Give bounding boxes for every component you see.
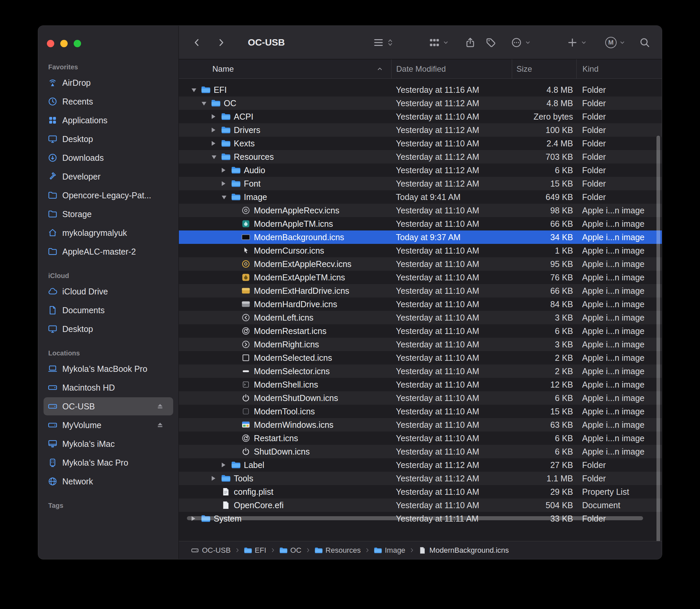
sidebar: Favorites AirDrop Recents Applications D… xyxy=(38,26,179,559)
disclosure-closed-icon[interactable] xyxy=(221,178,231,189)
file-row-ModernExtAppleRecv.icns[interactable]: ModernExtAppleRecv.icns Yesterday at 11:… xyxy=(179,257,662,271)
disclosure-closed-icon[interactable] xyxy=(221,165,231,175)
sidebar-item-mykola-s-mac-pro[interactable]: Mykola’s Mac Pro xyxy=(43,454,173,472)
file-kind: Apple i...n image xyxy=(576,273,662,282)
new-item-button[interactable] xyxy=(567,37,587,48)
column-header-size[interactable]: Size xyxy=(512,59,576,79)
vertical-scrollbar[interactable] xyxy=(657,136,660,541)
sidebar-item-myvolume[interactable]: MyVolume xyxy=(43,416,173,434)
file-row-Kexts[interactable]: Kexts Yesterday at 11:10 AM 2.4 MB Folde… xyxy=(179,137,662,150)
file-row-ModernSelector.icns[interactable]: ModernSelector.icns Yesterday at 11:10 A… xyxy=(179,364,662,378)
sidebar-item-desktop[interactable]: Desktop xyxy=(43,320,173,338)
sidebar-item-airdrop[interactable]: AirDrop xyxy=(43,74,173,92)
icns-background-icon xyxy=(241,232,250,242)
account-button[interactable]: M xyxy=(605,37,626,48)
sidebar-item-opencore-legacy-pat-[interactable]: Opencore-Legacy-Pat... xyxy=(43,186,173,204)
file-size: 66 KB xyxy=(512,219,576,229)
path-item-resources[interactable]: Resources xyxy=(315,546,361,555)
disclosure-closed-icon[interactable] xyxy=(211,138,221,149)
disclosure-closed-icon[interactable] xyxy=(211,125,221,135)
disclosure-spacer xyxy=(231,420,241,430)
file-size: 3 KB xyxy=(512,313,576,323)
disclosure-closed-icon[interactable] xyxy=(211,111,221,122)
search-button[interactable] xyxy=(639,37,650,48)
sidebar-item-applications[interactable]: Applications xyxy=(43,111,173,129)
file-row-ModernHardDrive.icns[interactable]: ModernHardDrive.icns Yesterday at 11:10 … xyxy=(179,297,662,311)
file-row-ModernExtAppleTM.icns[interactable]: ModernExtAppleTM.icns Yesterday at 11:10… xyxy=(179,271,662,284)
disclosure-closed-icon[interactable] xyxy=(221,460,231,470)
path-item-efi[interactable]: EFI xyxy=(244,546,266,555)
file-row-Resources[interactable]: Resources Yesterday at 11:12 AM 703 KB F… xyxy=(179,150,662,163)
file-row-ACPI[interactable]: ACPI Yesterday at 11:10 AM Zero bytes Fo… xyxy=(179,110,662,123)
file-row-ModernLeft.icns[interactable]: ModernLeft.icns Yesterday at 11:10 AM 3 … xyxy=(179,311,662,324)
file-row-ModernCursor.icns[interactable]: ModernCursor.icns Yesterday at 11:10 AM … xyxy=(179,244,662,257)
file-row-ModernExtHardDrive.icns[interactable]: ModernExtHardDrive.icns Yesterday at 11:… xyxy=(179,284,662,297)
path-item-image[interactable]: Image xyxy=(374,546,405,555)
view-button[interactable] xyxy=(373,37,394,48)
sidebar-item-storage[interactable]: Storage xyxy=(43,205,173,223)
file-row-ModernAppleRecv.icns[interactable]: ModernAppleRecv.icns Yesterday at 11:10 … xyxy=(179,204,662,217)
path-item-oc[interactable]: OC xyxy=(279,546,301,555)
forward-button[interactable] xyxy=(214,35,228,50)
horizontal-scrollbar[interactable] xyxy=(187,516,643,520)
file-row-Drivers[interactable]: Drivers Yesterday at 11:12 AM 100 KB Fol… xyxy=(179,123,662,137)
sidebar-item-mykola-s-macbook-pro[interactable]: Mykola’s MacBook Pro xyxy=(43,360,173,378)
disclosure-spacer xyxy=(231,340,241,349)
sidebar-item-downloads[interactable]: Downloads xyxy=(43,149,173,167)
disclosure-open-icon[interactable] xyxy=(211,152,221,162)
sidebar-item-applealc-master-2[interactable]: AppleALC-master-2 xyxy=(43,243,173,261)
file-row-OpenCore.efi[interactable]: OpenCore.efi Yesterday at 11:10 AM 504 K… xyxy=(179,499,662,512)
file-row-ShutDown.icns[interactable]: ShutDown.icns Yesterday at 11:10 AM 6 KB… xyxy=(179,445,662,458)
file-row-ModernRestart.icns[interactable]: ModernRestart.icns Yesterday at 11:10 AM… xyxy=(179,324,662,338)
column-header-date-modified[interactable]: Date Modified xyxy=(391,59,512,79)
sidebar-item-developer[interactable]: Developer xyxy=(43,168,173,186)
file-row-EFI[interactable]: EFI Yesterday at 11:16 AM 4.8 MB Folder xyxy=(179,83,662,97)
file-row-OC[interactable]: OC Yesterday at 11:12 AM 4.8 MB Folder xyxy=(179,97,662,110)
more-button[interactable] xyxy=(511,37,531,48)
column-header-name[interactable]: Name xyxy=(179,59,391,79)
path-item-modernbackground-icns[interactable]: ModernBackground.icns xyxy=(418,546,509,555)
file-row-ModernAppleTM.icns[interactable]: ModernAppleTM.icns Yesterday at 11:10 AM… xyxy=(179,217,662,230)
file-row-ModernShell.icns[interactable]: ModernShell.icns Yesterday at 11:10 AM 1… xyxy=(179,378,662,391)
column-header-kind[interactable]: Kind xyxy=(576,59,662,79)
file-kind: Apple i...n image xyxy=(576,232,662,242)
sidebar-item-desktop[interactable]: Desktop xyxy=(43,130,173,148)
file-row-ModernTool.icns[interactable]: ModernTool.icns Yesterday at 11:10 AM 15… xyxy=(179,405,662,418)
file-row-Restart.icns[interactable]: Restart.icns Yesterday at 11:10 AM 6 KB … xyxy=(179,432,662,445)
disclosure-open-icon[interactable] xyxy=(221,192,231,202)
sidebar-item-documents[interactable]: Documents xyxy=(43,301,173,319)
close-button[interactable] xyxy=(47,40,54,47)
tag-button[interactable] xyxy=(485,37,497,48)
share-button[interactable] xyxy=(465,37,476,48)
disclosure-closed-icon[interactable] xyxy=(211,473,221,483)
file-row-Label[interactable]: Label Yesterday at 11:12 AM 27 KB Folder xyxy=(179,458,662,472)
file-row-ModernShutDown.icns[interactable]: ModernShutDown.icns Yesterday at 11:10 A… xyxy=(179,391,662,405)
group-button[interactable] xyxy=(429,37,449,48)
zoom-button[interactable] xyxy=(74,40,81,47)
path-item-oc-usb[interactable]: OC-USB xyxy=(191,546,231,555)
sidebar-item-mykola-s-imac[interactable]: Mykola’s iMac xyxy=(43,435,173,453)
sidebar-item-mykolagrymalyuk[interactable]: mykolagrymalyuk xyxy=(43,224,173,242)
sidebar-item-recents[interactable]: Recents xyxy=(43,92,173,110)
file-name: Font xyxy=(179,178,391,189)
file-name: ModernHardDrive.icns xyxy=(179,299,391,309)
disclosure-open-icon[interactable] xyxy=(201,98,211,108)
eject-button[interactable] xyxy=(156,402,164,411)
sidebar-item-oc-usb[interactable]: OC-USB xyxy=(43,397,173,415)
sidebar-item-icloud-drive[interactable]: iCloud Drive xyxy=(43,282,173,300)
file-row-ModernRight.icns[interactable]: ModernRight.icns Yesterday at 11:10 AM 3… xyxy=(179,338,662,351)
file-row-config.plist[interactable]: config.plist Yesterday at 11:10 AM 29 KB… xyxy=(179,485,662,499)
eject-button[interactable] xyxy=(156,421,164,430)
file-row-Image[interactable]: Image Today at 9:41 AM 649 KB Folder xyxy=(179,190,662,204)
file-row-Font[interactable]: Font Yesterday at 11:12 AM 15 KB Folder xyxy=(179,177,662,190)
file-row-Tools[interactable]: Tools Yesterday at 11:12 AM 1.1 MB Folde… xyxy=(179,472,662,485)
sidebar-item-network[interactable]: Network xyxy=(43,472,173,490)
sidebar-item-macintosh-hd[interactable]: Macintosh HD xyxy=(43,379,173,397)
file-row-ModernBackground.icns[interactable]: ModernBackground.icns Today at 9:37 AM 3… xyxy=(179,230,662,244)
back-button[interactable] xyxy=(190,35,204,50)
disclosure-open-icon[interactable] xyxy=(191,85,201,95)
file-row-ModernSelected.icns[interactable]: ModernSelected.icns Yesterday at 11:10 A… xyxy=(179,351,662,364)
file-row-ModernWindows.icns[interactable]: ModernWindows.icns Yesterday at 11:10 AM… xyxy=(179,418,662,432)
file-row-Audio[interactable]: Audio Yesterday at 11:12 AM 6 KB Folder xyxy=(179,163,662,177)
minimize-button[interactable] xyxy=(60,40,68,47)
